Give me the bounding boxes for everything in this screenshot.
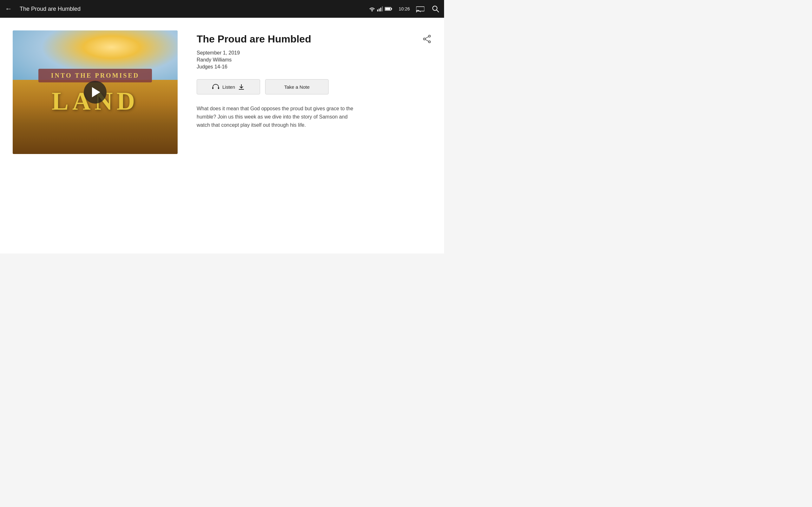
svg-rect-17 xyxy=(218,87,219,89)
battery-icon xyxy=(385,7,392,11)
action-buttons: Listen Take a Note xyxy=(197,79,432,95)
info-panel: The Proud are Humbled September 1, 2019 … xyxy=(197,31,432,241)
search-icon[interactable] xyxy=(432,5,439,12)
info-header: The Proud are Humbled xyxy=(197,33,432,45)
svg-point-13 xyxy=(423,38,425,40)
listen-label: Listen xyxy=(222,84,235,90)
signal-icon xyxy=(377,6,383,11)
sermon-title: The Proud are Humbled xyxy=(197,33,311,45)
play-button[interactable] xyxy=(84,81,107,104)
svg-point-12 xyxy=(428,41,430,43)
svg-rect-0 xyxy=(377,9,378,11)
sermon-date: September 1, 2019 xyxy=(197,50,432,56)
main-content: INTO THE PROMISED LAND The Proud are Hum… xyxy=(0,18,444,253)
svg-rect-6 xyxy=(385,8,390,10)
top-bar: ← The Proud are Humbled 10:26 xyxy=(0,0,444,18)
status-icons xyxy=(369,6,392,11)
time-display: 10:26 xyxy=(399,6,410,11)
play-triangle-icon xyxy=(92,87,100,97)
svg-line-15 xyxy=(425,40,428,42)
cast-icon[interactable] xyxy=(416,5,424,12)
sermon-description: What does it mean that God opposes the p… xyxy=(197,105,362,129)
listen-button[interactable]: Listen xyxy=(197,79,260,95)
video-banner-text: INTO THE PROMISED xyxy=(38,69,152,82)
sermon-speaker: Randy Williams xyxy=(197,57,432,63)
svg-line-10 xyxy=(437,10,439,12)
video-thumbnail[interactable]: INTO THE PROMISED LAND xyxy=(13,31,177,154)
topbar-left: ← The Proud are Humbled xyxy=(5,5,81,13)
headphones-icon xyxy=(212,84,219,90)
topbar-right: 10:26 xyxy=(369,5,439,12)
svg-rect-5 xyxy=(391,8,392,10)
take-note-label: Take a Note xyxy=(284,84,310,90)
sermon-scripture: Judges 14-16 xyxy=(197,64,432,70)
share-icon[interactable] xyxy=(423,35,432,43)
topbar-title: The Proud are Humbled xyxy=(20,6,81,12)
svg-rect-3 xyxy=(382,6,383,11)
svg-rect-2 xyxy=(380,8,381,11)
svg-point-11 xyxy=(428,35,430,37)
back-button[interactable]: ← xyxy=(5,5,12,13)
wifi-icon xyxy=(369,6,375,11)
take-note-button[interactable]: Take a Note xyxy=(265,79,328,95)
sermon-meta: September 1, 2019 Randy Williams Judges … xyxy=(197,50,432,70)
svg-rect-1 xyxy=(379,9,380,11)
svg-line-14 xyxy=(425,37,428,39)
svg-rect-16 xyxy=(212,87,213,89)
download-icon xyxy=(238,83,245,90)
